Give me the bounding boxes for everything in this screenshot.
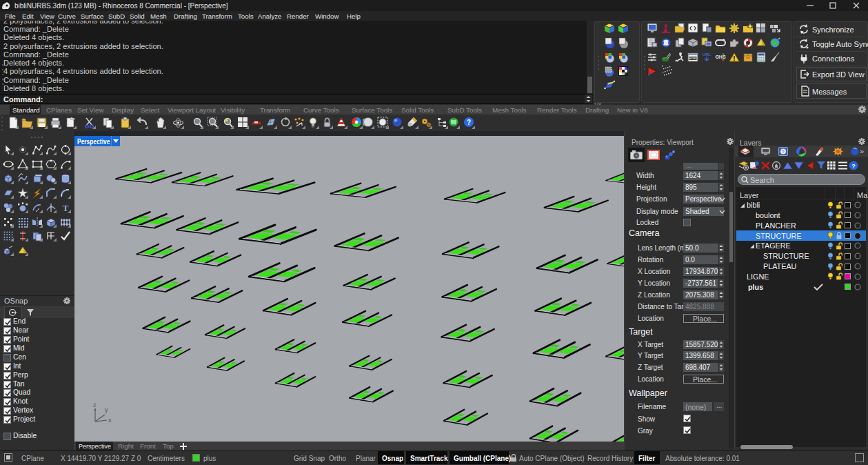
- svg-text:HTML: HTML: [689, 57, 698, 60]
- svg-text:URL: URL: [703, 52, 711, 57]
- svg-text:?: ?: [467, 119, 471, 126]
- svg-text:?: ?: [851, 163, 856, 170]
- svg-text:GHS: GHS: [715, 55, 726, 59]
- svg-text:y: y: [105, 406, 108, 413]
- svg-text:z: z: [93, 402, 97, 408]
- svg-text:x: x: [108, 417, 112, 424]
